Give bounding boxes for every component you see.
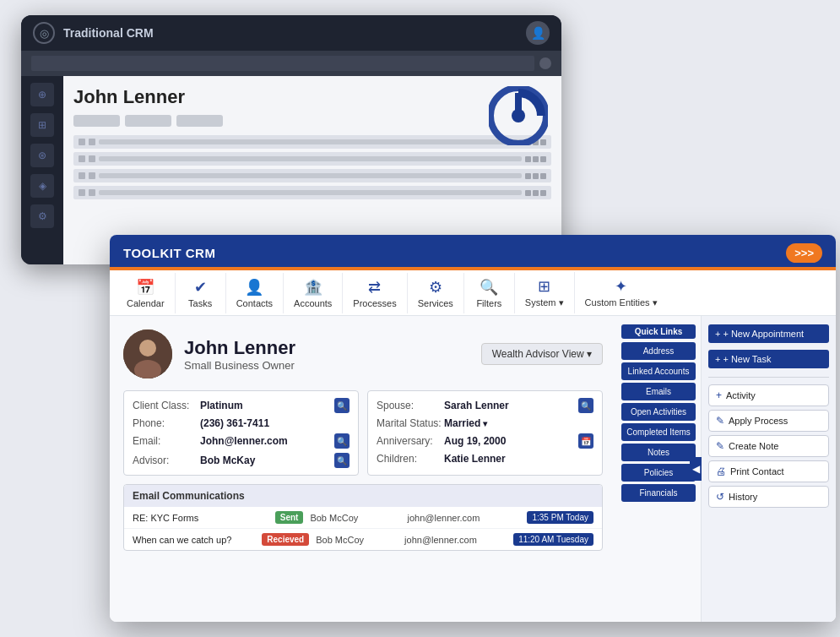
tcrm-user-avatar: 👤 <box>526 21 550 45</box>
email-communications-section: Email Communications RE: KYC Forms Sent … <box>123 484 603 551</box>
nav-label-system: System ▾ <box>525 297 564 308</box>
right-action-panel: ◀ + + New Appointment + + New Task + Act… <box>701 316 836 622</box>
print-contact-icon: 🖨 <box>716 466 726 477</box>
nav-item-processes[interactable]: ⇄ Processes <box>343 273 407 313</box>
ql-btn-open-activities[interactable]: Open Activities <box>621 403 696 421</box>
action-btn-history[interactable]: ↺ History <box>708 486 829 508</box>
nav-item-custom-entities[interactable]: ✦ Custom Entities ▾ <box>575 272 668 313</box>
email-subject-2: When can we catch up? <box>133 535 255 545</box>
nav-label-tasks: Tasks <box>188 298 212 308</box>
field-value-phone: (236) 361-7411 <box>200 417 350 429</box>
nav-label-processes: Processes <box>353 298 396 308</box>
email-addr-1: john@lenner.com <box>408 513 521 523</box>
field-label-email: Email: <box>133 435 200 447</box>
new-appointment-icon: + <box>715 329 720 339</box>
field-phone: Phone: (236) 361-7411 <box>133 417 350 429</box>
field-btn-email[interactable]: 🔍 <box>334 433 350 449</box>
tcrm-row-2 <box>73 152 551 166</box>
activity-icon: + <box>716 389 722 401</box>
nav-item-filters[interactable]: 🔍 Filters <box>464 273 515 313</box>
nav-label-calendar: Calendar <box>127 298 165 308</box>
field-children: Children: Katie Lenner <box>377 453 593 465</box>
contact-name-block: John Lenner Small Business Owner <box>184 337 469 372</box>
action-btn-activity[interactable]: + Activity <box>708 384 829 406</box>
tcrm-sidebar-icon-5: ⚙ <box>30 204 54 228</box>
svg-point-1 <box>512 109 525 122</box>
tcrm-sidebar-icon-1: ⊕ <box>30 83 54 106</box>
tcrm-row-3 <box>73 169 551 182</box>
tcrm-pill-2 <box>125 115 171 127</box>
services-icon: ⚙ <box>429 278 442 297</box>
ql-btn-address[interactable]: Address <box>621 342 696 360</box>
tkit-dots-button[interactable]: >>> <box>786 243 822 263</box>
view-dropdown-label: Wealth Advisor View ▾ <box>492 348 592 360</box>
nav-item-tasks[interactable]: ✔ Tasks <box>176 273 226 313</box>
tkit-fields-left: Client Class: Platinum 🔍 Phone: (236) 36… <box>123 390 359 476</box>
tcrm-pill-3 <box>176 115 223 127</box>
new-appointment-label: + New Appointment <box>723 329 804 339</box>
action-btn-print-contact[interactable]: 🖨 Print Contact <box>708 460 829 482</box>
field-btn-client-class[interactable]: 🔍 <box>334 398 350 413</box>
field-btn-spouse[interactable]: 🔍 <box>578 398 593 413</box>
nav-item-services[interactable]: ⚙ Services <box>408 273 464 313</box>
new-task-button[interactable]: + + New Task <box>708 350 829 368</box>
field-btn-advisor[interactable]: 🔍 <box>334 453 350 468</box>
nav-item-accounts[interactable]: 🏦 Accounts <box>284 273 343 313</box>
action-label-print-contact: Print Contact <box>730 466 784 476</box>
field-client-class: Client Class: Platinum 🔍 <box>133 398 350 413</box>
new-appointment-button[interactable]: + + New Appointment <box>708 324 829 343</box>
field-btn-anniversary-cal[interactable]: 📅 <box>578 433 593 449</box>
tcrm-sidebar: ⊕ ⊞ ⊛ ◈ ⚙ <box>21 76 63 264</box>
ql-btn-policies[interactable]: Policies <box>621 464 696 482</box>
ql-btn-linked-accounts[interactable]: Linked Accounts <box>621 362 696 380</box>
field-value-anniversary: Aug 19, 2000 <box>444 435 575 447</box>
email-row-2[interactable]: When can we catch up? Recieved Bob McCoy… <box>124 529 602 550</box>
quick-links-header: Quick Links <box>621 324 696 339</box>
tkit-title: TOOLKIT CRM <box>123 246 786 260</box>
field-label-marital: Marital Status: <box>377 417 444 429</box>
email-time-2: 11:20 AM Tuesday <box>513 533 593 546</box>
action-btn-apply-process[interactable]: ✎ Apply Process <box>708 410 829 432</box>
contact-avatar-image <box>123 329 172 378</box>
new-task-label: + New Task <box>723 354 771 364</box>
apply-process-icon: ✎ <box>716 415 724 427</box>
tcrm-title: Traditional CRM <box>63 26 518 40</box>
tkit-contact-panel: John Lenner Small Business Owner Wealth … <box>110 316 616 622</box>
custom-entities-icon: ✦ <box>615 277 627 296</box>
field-value-children: Katie Lenner <box>444 453 593 465</box>
tasks-icon: ✔ <box>194 278 207 297</box>
field-value-email: John@lenner.com <box>200 435 331 447</box>
contact-avatar <box>123 329 172 378</box>
email-badge-received-2: Recieved <box>262 533 309 546</box>
field-value-client-class: Platinum <box>200 400 331 411</box>
view-dropdown[interactable]: Wealth Advisor View ▾ <box>481 343 603 365</box>
tcrm-sidebar-icon-2: ⊞ <box>30 113 54 137</box>
action-btn-create-note[interactable]: ✎ Create Note <box>708 435 829 457</box>
field-value-marital[interactable]: Married ▾ <box>444 417 593 429</box>
tcrm-sidebar-icon-3: ⊛ <box>30 144 54 167</box>
field-spouse: Spouse: Sarah Lenner 🔍 <box>377 398 593 413</box>
nav-item-contacts[interactable]: 👤 Contacts <box>226 273 284 313</box>
email-addr-2: john@lenner.com <box>404 535 507 545</box>
tcrm-brand-logo <box>489 86 548 145</box>
nav-label-services: Services <box>418 298 453 308</box>
email-person-1: Bob McCoy <box>310 513 400 523</box>
collapse-panel-button[interactable]: ◀ <box>690 457 702 481</box>
tkit-fields-right: Spouse: Sarah Lenner 🔍 Marital Status: M… <box>367 390 603 476</box>
ql-btn-emails[interactable]: Emails <box>621 383 696 400</box>
nav-item-calendar[interactable]: 📅 Calendar <box>117 273 176 313</box>
ql-btn-financials[interactable]: Financials <box>621 484 696 502</box>
email-row-1[interactable]: RE: KYC Forms Sent Bob McCoy john@lenner… <box>124 507 602 529</box>
ql-btn-completed-items[interactable]: Completed Items <box>621 423 696 441</box>
system-icon: ⊞ <box>538 277 550 296</box>
quick-links-panel: Quick Links Address Linked Accounts Emai… <box>616 316 701 622</box>
nav-item-system[interactable]: ⊞ System ▾ <box>515 272 575 313</box>
ql-btn-notes[interactable]: Notes <box>621 444 696 461</box>
tcrm-pills <box>73 115 551 127</box>
email-section-header: Email Communications <box>124 485 602 507</box>
email-person-2: Bob McCoy <box>316 535 398 545</box>
history-icon: ↺ <box>716 491 724 503</box>
field-label-spouse: Spouse: <box>377 400 444 411</box>
tkit-content-area: John Lenner Small Business Owner Wealth … <box>110 316 836 622</box>
field-advisor: Advisor: Bob McKay 🔍 <box>133 453 350 468</box>
